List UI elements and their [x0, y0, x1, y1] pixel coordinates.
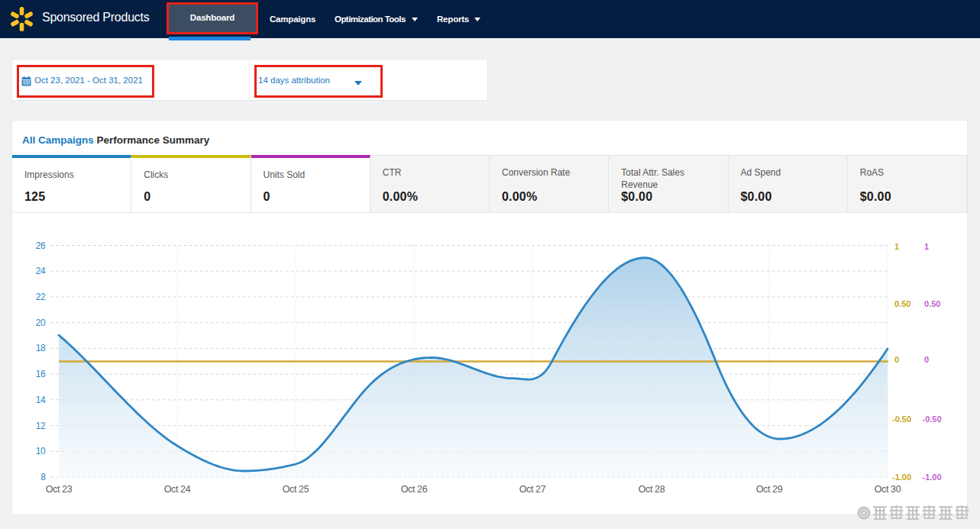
svg-text:Oct 25: Oct 25	[283, 484, 309, 495]
svg-text:10: 10	[36, 446, 46, 456]
svg-text:-0.50: -0.50	[923, 414, 942, 424]
svg-text:Oct 27: Oct 27	[519, 484, 546, 495]
svg-text:0: 0	[924, 355, 929, 364]
svg-text:16: 16	[36, 369, 46, 379]
svg-text:-0.50: -0.50	[892, 414, 911, 424]
svg-text:18: 18	[36, 343, 46, 353]
svg-text:24: 24	[36, 266, 46, 276]
svg-text:Oct 26: Oct 26	[401, 484, 428, 495]
svg-text:0.50: 0.50	[894, 299, 910, 308]
svg-text:-1.00: -1.00	[923, 473, 942, 482]
svg-text:20: 20	[36, 318, 46, 328]
svg-text:26: 26	[36, 240, 46, 251]
svg-text:Oct 28: Oct 28	[639, 484, 665, 495]
svg-text:1: 1	[894, 242, 899, 251]
svg-text:-1.00: -1.00	[892, 473, 911, 482]
svg-text:Oct 24: Oct 24	[164, 484, 191, 495]
svg-text:Oct 29: Oct 29	[756, 484, 783, 495]
svg-text:1: 1	[924, 242, 929, 251]
svg-text:22: 22	[36, 292, 46, 302]
svg-text:Oct 30: Oct 30	[875, 484, 901, 495]
svg-text:8: 8	[40, 472, 46, 482]
svg-text:Oct 23: Oct 23	[46, 484, 73, 495]
svg-text:0.50: 0.50	[924, 299, 940, 308]
svg-text:0: 0	[894, 355, 899, 364]
svg-text:14: 14	[36, 395, 46, 405]
svg-text:12: 12	[36, 421, 46, 431]
